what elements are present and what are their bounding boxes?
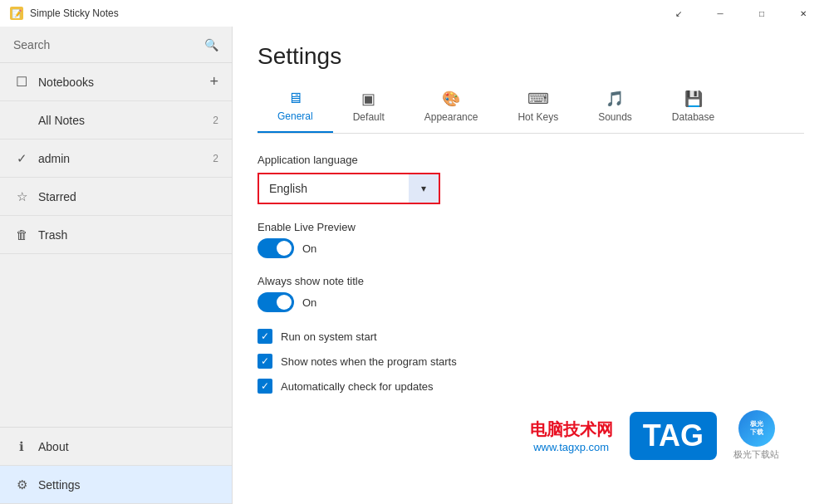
starred-label: Starred [38,190,76,203]
minimize-button[interactable]: ─ [701,0,739,27]
window-controls: ↙ ─ □ ✕ [660,0,822,27]
admin-check-icon: ✓ [13,151,30,166]
starred-left: ☆ Starred [13,189,76,204]
back-button[interactable]: ↙ [660,0,698,27]
search-bar[interactable]: Search 🔍 [0,27,232,63]
main-content: Settings 🖥 General ▣ Default 🎨 Appearanc… [233,27,829,504]
logo-text: 极光下载站 [733,448,779,461]
about-icon: ℹ [13,439,30,454]
checkbox-check-updates-label: Automatically check for updates [281,380,434,393]
sidebar-item-about[interactable]: ℹ About [0,428,232,466]
maximize-button[interactable]: □ [743,0,781,27]
tab-appearance[interactable]: 🎨 Appearance [405,83,498,133]
checkbox-show-notes-label: Show notes when the program starts [281,355,457,368]
watermark-cn-text: 电脑技术网 www.tagxp.com [530,418,613,453]
chevron-down-icon: ▾ [421,183,426,194]
show-title-state: On [302,296,316,309]
admin-badge: 2 [213,153,218,164]
sidebar-item-starred[interactable]: ☆ Starred [0,178,232,216]
checkbox-show-notes[interactable]: ✓ [258,354,272,369]
admin-left: ✓ admin [13,151,70,166]
live-preview-label: Enable Live Preview [258,221,804,233]
sidebar-notebooks[interactable]: ☐ Notebooks + [0,63,232,101]
checkbox-system-start[interactable]: ✓ [258,329,272,344]
admin-label: admin [38,152,70,165]
checkbox-row-check-updates: ✓ Automatically check for updates [258,379,804,394]
settings-tabs: 🖥 General ▣ Default 🎨 Appearance ⌨ Hot K… [258,83,804,134]
tab-appearance-label: Appearance [424,111,478,123]
watermark-area: 电脑技术网 www.tagxp.com TAG 极光下载 极光下载站 [282,410,779,461]
checkbox-check-updates[interactable]: ✓ [258,379,272,394]
add-notebook-button[interactable]: + [209,73,218,91]
app-title: Simple Sticky Notes [30,7,119,19]
live-preview-toggle-row: On [258,238,804,258]
tab-general-label: General [277,110,313,122]
tab-sounds-icon: 🎵 [606,90,624,108]
tab-hotkeys[interactable]: ⌨ Hot Keys [498,83,578,133]
close-button[interactable]: ✕ [784,0,822,27]
checkbox-row-system-start: ✓ Run on system start [258,329,804,344]
tab-default[interactable]: ▣ Default [333,83,405,133]
checkbox-row-show-notes: ✓ Show notes when the program starts [258,354,804,369]
trash-left: 🗑 Trash [13,228,67,242]
tab-sounds-label: Sounds [598,111,632,123]
tab-sounds[interactable]: 🎵 Sounds [578,83,652,133]
settings-left: ⚙ Settings [13,477,81,492]
tab-appearance-icon: 🎨 [442,90,460,108]
title-bar: 📝 Simple Sticky Notes ↙ ─ □ ✕ [0,0,829,27]
watermark-tag-badge: TAG [630,412,717,460]
app-icon: 📝 [10,7,23,20]
trash-label: Trash [38,228,67,242]
settings-label: Settings [38,478,81,492]
language-dropdown[interactable]: English ▾ [258,173,440,204]
watermark-logo: 极光下载 极光下载站 [733,410,779,461]
live-preview-group: Enable Live Preview On [258,221,804,258]
page-title: Settings [258,43,804,70]
tab-default-icon: ▣ [361,90,375,108]
tab-database-label: Database [672,111,714,123]
search-icon: 🔍 [204,38,218,51]
sidebar-item-trash[interactable]: 🗑 Trash [0,216,232,254]
search-label: Search [13,38,50,51]
sidebar: Search 🔍 ☐ Notebooks + All Notes 2 ✓ adm… [0,27,233,504]
cn-site-url: www.tagxp.com [530,441,613,453]
sidebar-item-allnotes[interactable]: All Notes 2 [0,101,232,139]
language-value: English [259,182,409,195]
trash-icon: 🗑 [13,228,30,242]
language-dropdown-arrow: ▾ [409,174,439,203]
allnotes-badge: 2 [213,115,218,126]
tab-general-icon: 🖥 [287,90,302,107]
live-preview-state: On [302,242,316,255]
star-icon: ☆ [13,189,30,204]
title-bar-left: 📝 Simple Sticky Notes [10,7,119,20]
allnotes-label: All Notes [38,114,85,127]
show-title-toggle[interactable] [258,292,294,312]
language-group-label: Application language [258,154,804,166]
tab-general[interactable]: 🖥 General [258,83,333,133]
settings-header: Settings [233,27,829,83]
tab-hotkeys-icon: ⌨ [527,90,549,108]
notebooks-left: ☐ Notebooks [13,74,94,90]
tab-hotkeys-label: Hot Keys [518,111,558,123]
tab-database-icon: 💾 [684,90,703,108]
about-left: ℹ About [13,439,69,454]
cn-site-name: 电脑技术网 [530,418,613,441]
notebooks-label: Notebooks [38,76,94,89]
live-preview-toggle[interactable] [258,238,294,258]
logo-circle-icon: 极光下载 [738,410,775,447]
about-label: About [38,440,69,453]
show-title-label: Always show note title [258,275,804,287]
app-body: Search 🔍 ☐ Notebooks + All Notes 2 ✓ adm… [0,27,829,504]
sidebar-item-admin[interactable]: ✓ admin 2 [0,139,232,178]
sidebar-footer: ℹ About ⚙ Settings [0,427,232,504]
settings-icon: ⚙ [13,477,30,492]
show-title-toggle-row: On [258,292,804,312]
tab-default-label: Default [353,111,385,123]
notebooks-icon: ☐ [13,74,30,90]
checkbox-system-start-label: Run on system start [281,330,377,343]
tab-database[interactable]: 💾 Database [652,83,734,133]
settings-content: Application language English ▾ Enable Li… [233,134,829,481]
show-title-group: Always show note title On [258,275,804,312]
sidebar-item-settings[interactable]: ⚙ Settings [0,466,232,504]
allnotes-left: All Notes [13,114,85,127]
